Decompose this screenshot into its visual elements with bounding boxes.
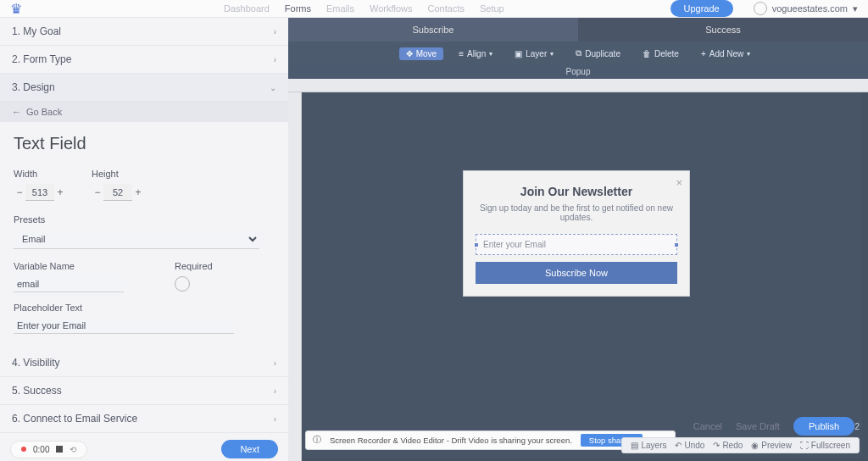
next-button[interactable]: Next [221,440,278,458]
tool-move[interactable]: ✥Move [399,47,443,60]
recording-pill[interactable]: 0:00 ⟲ [10,441,87,458]
layer-icon: ▣ [515,49,522,58]
tool-add-new[interactable]: +Add New▾ [694,47,757,60]
ruler-horizontal [288,79,868,92]
newsletter-popup[interactable]: × Join Our Newsletter Sign up today and … [463,170,690,297]
screen-share-notice: ⓘ Screen Recorder & Video Editor - Drift… [305,430,676,450]
top-nav: Dashboard Forms Emails Workflows Contact… [224,3,504,14]
presets-label: Presets [14,214,275,225]
canvas-tabs: Subscribe Success [288,18,868,42]
width-stepper[interactable]: − + [14,184,66,201]
nav-contacts[interactable]: Contacts [428,3,465,14]
chevron-down-icon: ▾ [747,50,750,58]
canvas-toolbar: ✥Move ≡Align▾ ▣Layer▾ ⧉Duplicate 🗑Delete… [288,42,868,65]
panel-title: Text Field [14,134,275,153]
chevron-down-icon: ▾ [550,50,554,58]
tab-subscribe[interactable]: Subscribe [288,18,578,42]
nav-dashboard[interactable]: Dashboard [224,3,270,14]
design-panel: Text Field Width − + Height − [0,122,288,349]
height-plus-button[interactable]: + [132,184,144,201]
chevron-down-icon: ▾ [853,3,858,14]
publish-button[interactable]: Publish [793,417,854,436]
placeholder-label: Placeholder Text [14,303,275,313]
ruler-vertical [288,92,302,461]
tool-duplicate[interactable]: ⧉Duplicate [569,47,627,60]
varname-input[interactable] [14,276,124,292]
width-input[interactable] [25,184,54,201]
chevron-right-icon: › [274,414,276,424]
align-icon: ≡ [459,49,464,58]
canvas-column: Subscribe Success ✥Move ≡Align▾ ▣Layer▾ … [288,18,868,461]
left-sidebar: 1. My Goal› 2. Form Type› 3. Design⌄ ←Go… [0,18,288,461]
arrow-left-icon: ← [12,107,21,117]
nav-forms[interactable]: Forms [285,3,311,14]
step-form-type[interactable]: 2. Form Type› [0,46,288,74]
stop-icon[interactable] [56,446,63,453]
stage[interactable]: × Join Our Newsletter Sign up today and … [302,92,861,458]
step-design[interactable]: 3. Design⌄ [0,74,288,102]
chevron-right-icon: › [274,55,276,64]
duplicate-icon: ⧉ [576,48,581,58]
layers-button[interactable]: ▤ Layers [631,441,666,450]
height-stepper[interactable]: − + [92,184,144,201]
tool-delete[interactable]: 🗑Delete [636,47,686,60]
canvas[interactable]: Popup × Join Our Newsletter Sign up toda… [288,65,868,461]
width-plus-button[interactable]: + [54,184,66,201]
site-dropdown[interactable]: vogueestates.com ▾ [754,2,858,15]
step-visibility[interactable]: 4. Visibility› [0,349,288,377]
preview-button[interactable]: ◉ Preview [751,441,792,450]
rec-time: 0:00 [33,445,49,454]
stage-footer-tools: ▤ Layers ↶ Undo ↷ Redo ◉ Preview ⛶ Fulls… [621,437,860,453]
plus-icon: + [701,49,706,58]
required-label: Required [175,261,213,271]
popup-email-field[interactable]: Enter your Email [476,234,677,255]
fullscreen-button[interactable]: ⛶ Fullscreen [800,441,850,450]
chevron-down-icon: ⌄ [270,83,276,92]
nav-emails[interactable]: Emails [326,3,354,14]
nav-setup[interactable]: Setup [480,3,504,14]
trash-icon[interactable]: ⟲ [70,445,76,454]
height-minus-button[interactable]: − [92,184,103,201]
share-message: Screen Recorder & Video Editor - Drift V… [330,436,572,445]
height-input[interactable] [103,184,132,201]
top-bar: ♛ Dashboard Forms Emails Workflows Conta… [0,0,868,18]
sidebar-footer: 0:00 ⟲ Next [0,433,288,461]
step-success[interactable]: 5. Success› [0,377,288,405]
redo-button[interactable]: ↷ Redo [713,441,743,450]
nav-workflows[interactable]: Workflows [370,3,413,14]
varname-label: Variable Name [14,261,124,271]
move-icon: ✥ [406,49,413,58]
popup-subscribe-button[interactable]: Subscribe Now [476,262,677,284]
account-avatar-icon [754,2,767,15]
record-dot-icon [21,447,26,452]
close-icon[interactable]: × [676,176,682,189]
chevron-right-icon: › [274,358,276,368]
tool-align[interactable]: ≡Align▾ [452,47,499,60]
canvas-title: Popup [288,65,868,79]
global-action-bar: Cancel Save Draft Publish [693,417,854,436]
crown-icon: ♛ [10,1,22,17]
tool-layer[interactable]: ▣Layer▾ [508,47,560,60]
undo-button[interactable]: ↶ Undo [675,441,704,450]
height-label: Height [92,169,144,179]
site-name: vogueestates.com [772,3,848,14]
tab-success[interactable]: Success [578,18,868,42]
popup-heading: Join Our Newsletter [476,185,677,198]
chevron-down-icon: ▾ [489,50,492,58]
chevron-right-icon: › [274,27,276,36]
upgrade-button[interactable]: Upgrade [670,0,733,17]
step-connect-email[interactable]: 6. Connect to Email Service› [0,405,288,433]
info-icon: ⓘ [313,435,321,446]
trash-icon: 🗑 [643,49,651,58]
width-label: Width [14,169,66,179]
placeholder-input[interactable] [14,318,234,334]
required-toggle[interactable] [175,276,190,292]
step-my-goal[interactable]: 1. My Goal› [0,18,288,46]
go-back-link[interactable]: ←Go Back [0,102,288,122]
save-draft-button[interactable]: Save Draft [736,421,780,431]
width-minus-button[interactable]: − [14,184,25,201]
chevron-right-icon: › [274,386,276,396]
presets-select[interactable]: Email [14,230,259,249]
cancel-button[interactable]: Cancel [693,421,722,431]
popup-subtext: Sign up today and be the first to get no… [476,203,677,222]
